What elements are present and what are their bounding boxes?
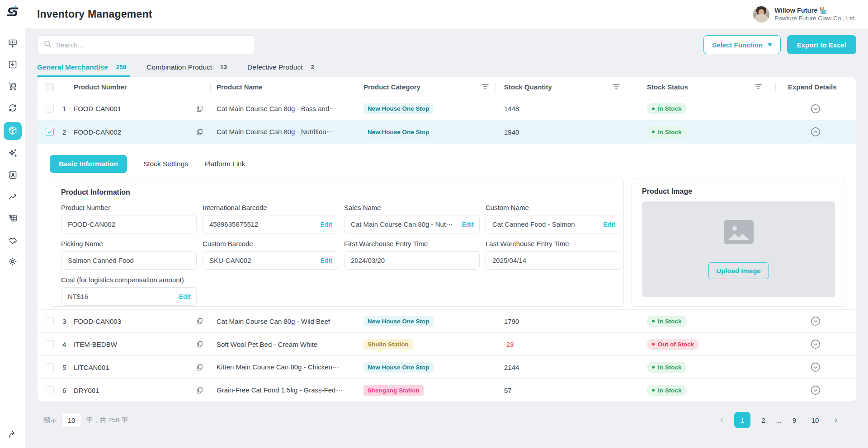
filter-icon[interactable] [613, 83, 620, 91]
sidebar-item-ai-tools[interactable] [5, 145, 21, 162]
edit-link[interactable]: Edit [602, 221, 615, 228]
select-all-checkbox[interactable] [46, 83, 54, 91]
sidebar-item-share[interactable] [5, 426, 21, 443]
row-index: 6 [58, 387, 70, 394]
sidebar-item-transfer-sync[interactable] [5, 100, 21, 117]
sidebar-item-billing[interactable] [5, 210, 21, 227]
cost-input[interactable] [61, 293, 196, 300]
expand-row-button[interactable] [811, 316, 821, 326]
page-button-10[interactable]: 10 [807, 412, 823, 428]
field-label: Custom Barcode [203, 240, 338, 247]
tab-basic-information[interactable]: Basic Information [50, 155, 127, 173]
first-entry-time-input[interactable] [344, 257, 479, 264]
sidebar-item-purchase-cart[interactable] [5, 79, 21, 95]
table-row[interactable]: 5 LITCAN001 Kitten Main Course Can 80g -… [38, 355, 856, 378]
product-image-title: Product Image [642, 187, 835, 196]
edit-link[interactable]: Edit [460, 221, 474, 228]
search-box[interactable] [37, 35, 255, 54]
tab-stock-settings[interactable]: Stock Settings [143, 160, 188, 168]
status-badge: Out of Stock [647, 339, 699, 350]
expand-row-button[interactable] [811, 339, 821, 349]
copy-icon[interactable] [196, 364, 203, 371]
table-row[interactable]: 4 ITEM-BEDBW Soft Wool Pet Bed - Cream W… [38, 332, 856, 355]
product-number: LITCAN001 [70, 364, 196, 371]
edit-link[interactable]: Edit [319, 257, 332, 264]
expand-row-button[interactable] [811, 385, 821, 395]
edit-link[interactable]: Edit [319, 221, 332, 228]
copy-icon[interactable] [196, 341, 203, 348]
export-to-excel-button[interactable]: Export to Excel [787, 35, 856, 54]
table-row[interactable]: 1 FOOD-CAN001 Cat Main Course Can 80g - … [38, 97, 856, 120]
table-row[interactable]: 6 DRY001 Grain-Free Cat Food 1.5kg - Gra… [38, 378, 856, 401]
field-label: Product Number [61, 204, 197, 211]
next-page-button[interactable]: › [828, 412, 844, 428]
copy-icon[interactable] [196, 128, 203, 136]
table-row-selected[interactable]: 2 FOOD-CAN002 Cat Main Course Can 80g - … [38, 120, 856, 143]
international-barcode-input[interactable] [203, 220, 338, 228]
field-label: Cost (for logistics compensation amount) [61, 276, 197, 284]
sidebar-item-partners[interactable] [5, 232, 21, 248]
tab-general-merchandise[interactable]: General Merchandise258 [37, 62, 130, 77]
chevron-down-icon [768, 43, 772, 47]
copy-icon[interactable] [196, 317, 203, 325]
copy-icon[interactable] [196, 105, 203, 112]
sparkles-icon [8, 148, 18, 159]
page-button-1[interactable]: 1 [734, 412, 750, 428]
prev-page-button[interactable]: ‹ [713, 412, 730, 428]
content: Select Function Export to Excel General … [25, 29, 868, 448]
sidebar-item-settings[interactable] [5, 254, 21, 270]
status-badge: In Stock [647, 103, 687, 114]
field-label: Last Warehouse Entry Time [486, 240, 621, 247]
avatar[interactable] [753, 6, 769, 23]
select-function-button[interactable]: Select Function [703, 35, 781, 54]
row-checkbox[interactable] [46, 340, 54, 348]
filter-icon[interactable] [755, 83, 762, 91]
row-checkbox[interactable] [46, 317, 54, 325]
sidebar-item-stock-in[interactable] [5, 57, 21, 73]
tab-platform-link[interactable]: Platform Link [204, 160, 245, 168]
category-badge: New House One Stop [363, 316, 434, 327]
filter-icon[interactable] [482, 83, 489, 91]
sidebar-item-analytics[interactable] [5, 189, 21, 205]
picking-name-input[interactable] [61, 257, 196, 264]
page-button-2[interactable]: 2 [755, 412, 771, 428]
expand-row-button[interactable] [811, 362, 821, 372]
page-button-9[interactable]: 9 [786, 412, 802, 428]
product-name: Soft Wool Pet Bed - Cream White [210, 341, 358, 348]
category-tabs: General Merchandise258 Combination Produ… [37, 62, 856, 77]
row-checkbox[interactable] [46, 105, 54, 113]
row-index: 5 [58, 364, 70, 371]
product-name: Cat Main Course Can 80g - Bass and⋯ [210, 105, 358, 113]
app-logo[interactable] [5, 5, 20, 21]
sidebar [0, 0, 25, 448]
product-number-input[interactable] [61, 220, 196, 228]
edit-link[interactable]: Edit [177, 293, 191, 300]
row-checkbox-checked[interactable] [46, 128, 54, 136]
tab-combination-product[interactable]: Combination Product13 [146, 62, 231, 77]
sidebar-item-inventory[interactable] [4, 122, 22, 140]
sidebar-item-contacts[interactable] [5, 167, 21, 183]
row-checkbox[interactable] [46, 363, 54, 371]
expand-row-button[interactable] [811, 104, 821, 114]
search-icon [43, 40, 52, 50]
tab-count-badge: 258 [112, 62, 131, 72]
collapse-row-button[interactable] [811, 127, 821, 137]
sales-name-input[interactable] [344, 220, 479, 228]
inventory-table: Product Number Product Name Product Cate… [37, 77, 856, 402]
page-size-input[interactable] [61, 412, 81, 428]
custom-name-input[interactable] [486, 220, 621, 228]
table-row[interactable]: 3 FOOD-CAN003 Cat Main Course Can 80g - … [38, 309, 856, 332]
gear-icon [8, 257, 18, 268]
custom-barcode-input[interactable] [203, 257, 338, 264]
last-entry-time-input[interactable] [486, 257, 621, 264]
user-menu[interactable]: Willow Future 🏪 Pawture Future Claw Co.,… [753, 6, 856, 23]
sidebar-item-dashboard[interactable] [5, 35, 21, 51]
copy-icon[interactable] [196, 387, 203, 394]
stock-quantity: 1940 [495, 128, 629, 136]
stock-quantity: 1790 [495, 317, 629, 325]
upload-image-button[interactable]: Upload Image [708, 262, 769, 279]
product-information-title: Product Information [61, 188, 613, 196]
row-checkbox[interactable] [46, 386, 54, 394]
tab-defective-product[interactable]: Defective Product2 [247, 62, 318, 77]
search-input[interactable] [56, 41, 249, 49]
